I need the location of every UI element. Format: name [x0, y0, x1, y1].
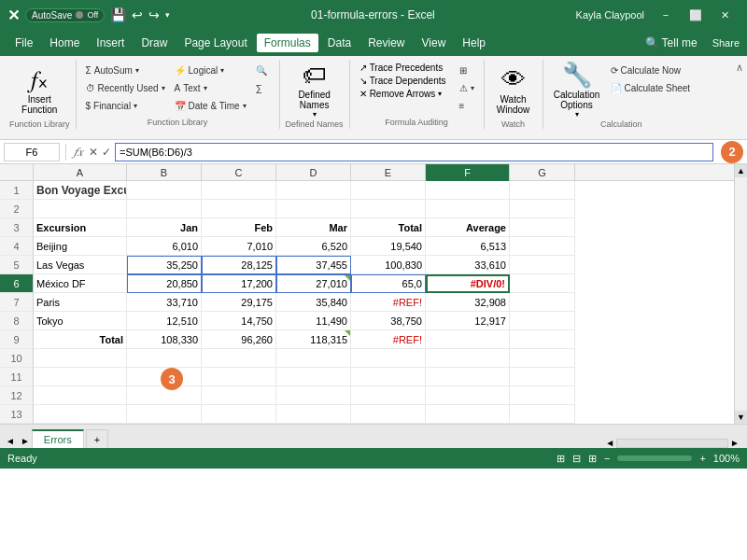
cell-g8[interactable] [510, 312, 575, 330]
undo-icon[interactable]: ↩ [132, 7, 143, 22]
cell-d7[interactable]: 35,840 [276, 293, 351, 312]
close-button[interactable]: ✕ [712, 5, 740, 25]
text-button[interactable]: A Text ▾ [171, 79, 250, 96]
h-scrollbar[interactable]: ◄ ► [110, 438, 743, 448]
share-button[interactable]: Share [712, 37, 740, 49]
calc-now-button[interactable]: ⟳ Calculate Now [607, 62, 695, 78]
cell-g11[interactable] [510, 368, 575, 386]
save-icon[interactable]: 💾 [110, 7, 126, 22]
cancel-formula-icon[interactable]: ✕ [89, 146, 98, 159]
cell-d3[interactable]: Mar [276, 218, 351, 237]
cell-e12[interactable] [351, 386, 426, 405]
cell-c4[interactable]: 7,010 [202, 237, 276, 256]
autosave-toggle[interactable] [76, 11, 83, 19]
confirm-formula-icon[interactable]: ✓ [102, 146, 111, 159]
show-formulas-button[interactable]: ⊞ [456, 62, 478, 78]
cell-c9[interactable]: 96,260 [202, 330, 276, 349]
cell-b2[interactable] [127, 200, 202, 218]
cell-a10[interactable] [34, 349, 127, 368]
autosave-badge[interactable]: AutoSave Off [25, 8, 105, 22]
cell-f7[interactable]: 32,908 [426, 293, 510, 312]
cell-e8[interactable]: 38,750 [351, 312, 426, 330]
cell-c5[interactable]: 28,125 [202, 256, 276, 274]
cell-e11[interactable] [351, 368, 426, 386]
cell-f8[interactable]: 12,917 [426, 312, 510, 330]
cell-e6[interactable]: 65,0 [351, 274, 426, 293]
menu-home[interactable]: Home [42, 34, 87, 52]
cell-c7[interactable]: 29,175 [202, 293, 276, 312]
cell-b9[interactable]: 108,330 [127, 330, 202, 349]
cell-b11[interactable] [127, 368, 202, 386]
redo-icon[interactable]: ↪ [148, 7, 160, 22]
date-time-button[interactable]: 📅 Date & Time ▾ [171, 97, 250, 114]
cell-reference-box[interactable]: F6 [4, 143, 60, 161]
restore-button[interactable]: ⬜ [682, 5, 710, 25]
sheet-tab-errors[interactable]: Errors [32, 429, 84, 448]
cell-g9[interactable] [510, 330, 575, 349]
cell-c10[interactable] [202, 349, 276, 368]
cell-d8[interactable]: 11,490 [276, 312, 351, 330]
cell-f4[interactable]: 6,513 [426, 237, 510, 256]
cell-f9[interactable] [426, 330, 510, 349]
cell-g6[interactable] [510, 274, 575, 293]
cell-e13[interactable] [351, 405, 426, 424]
cell-a9[interactable]: Total [34, 330, 127, 349]
menu-view[interactable]: View [415, 34, 454, 52]
autosum-button[interactable]: Σ AutoSum ▾ [82, 62, 169, 78]
scroll-down-button[interactable]: ▼ [735, 411, 748, 424]
cell-e5[interactable]: 100,830 [351, 256, 426, 274]
logical-button[interactable]: ⚡ Logical ▾ [171, 62, 250, 78]
cell-c1[interactable] [202, 181, 276, 200]
insert-function-button[interactable]: 𝑓ₓ Insert Function [16, 62, 63, 118]
cell-e3[interactable]: Total [351, 218, 426, 237]
menu-insert[interactable]: Insert [89, 34, 132, 52]
cell-b6[interactable]: 20,850 [127, 274, 202, 293]
cell-c3[interactable]: Feb [202, 218, 276, 237]
tab-scroll-right[interactable]: ► [19, 434, 32, 448]
menu-page-layout[interactable]: Page Layout [176, 34, 254, 52]
cell-f1[interactable] [426, 181, 510, 200]
evaluate-formula-button[interactable]: ≡ [456, 97, 478, 114]
col-header-g[interactable]: G [510, 164, 575, 181]
cell-g4[interactable] [510, 237, 575, 256]
cell-c12[interactable] [202, 386, 276, 405]
cell-d11[interactable] [276, 368, 351, 386]
zoom-slider[interactable] [617, 455, 692, 461]
cell-d13[interactable] [276, 405, 351, 424]
cell-d6[interactable]: 27,010 [276, 274, 351, 293]
trace-dependents-button[interactable]: ↘ Trace Dependents [356, 75, 450, 87]
calc-sheet-button[interactable]: 📄 Calculate Sheet [607, 79, 695, 96]
cell-a3[interactable]: Excursion [34, 218, 127, 237]
menu-formulas[interactable]: Formulas [257, 34, 318, 52]
cell-d4[interactable]: 6,520 [276, 237, 351, 256]
cell-a4[interactable]: Beijing [34, 237, 127, 256]
col-header-d[interactable]: D [276, 164, 351, 181]
menu-help[interactable]: Help [455, 34, 493, 52]
cell-d10[interactable] [276, 349, 351, 368]
cell-d9[interactable]: 118,315 [276, 330, 351, 349]
cell-g13[interactable] [510, 405, 575, 424]
formula-input[interactable] [115, 143, 713, 161]
cell-d12[interactable] [276, 386, 351, 405]
cell-b1[interactable] [127, 181, 202, 200]
col-header-b[interactable]: B [127, 164, 202, 181]
cell-f11[interactable] [426, 368, 510, 386]
cell-b8[interactable]: 12,510 [127, 312, 202, 330]
cell-b7[interactable]: 33,710 [127, 293, 202, 312]
col-header-f[interactable]: F [426, 164, 510, 181]
remove-arrows-button[interactable]: ✕ Remove Arrows ▾ [356, 88, 450, 100]
cell-d2[interactable] [276, 200, 351, 218]
cell-a12[interactable] [34, 386, 127, 405]
menu-draw[interactable]: Draw [134, 34, 175, 52]
cell-b5[interactable]: 35,250 [127, 256, 202, 274]
cell-g10[interactable] [510, 349, 575, 368]
cell-b3[interactable]: Jan [127, 218, 202, 237]
cell-f10[interactable] [426, 349, 510, 368]
recently-used-button[interactable]: ⏱ Recently Used ▾ [82, 79, 169, 96]
math-button[interactable]: ∑ [252, 79, 274, 96]
undo-dropdown-icon[interactable]: ▾ [165, 10, 170, 20]
cell-e1[interactable] [351, 181, 426, 200]
tab-scroll-left[interactable]: ◄ [4, 434, 17, 448]
cell-b10[interactable] [127, 349, 202, 368]
cell-e9[interactable]: #REF! [351, 330, 426, 349]
